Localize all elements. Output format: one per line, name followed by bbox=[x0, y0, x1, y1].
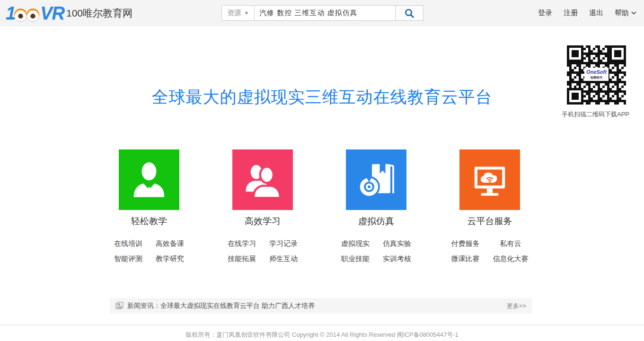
qr-code: OneSoft创壹软件 bbox=[567, 45, 626, 105]
logo-text-vr: VR bbox=[40, 3, 64, 24]
site-name: 100唯尔教育网 bbox=[66, 7, 132, 20]
hero-headline: 全球最大的虚拟现实三维互动在线教育云平台 bbox=[0, 86, 644, 108]
logo-eye-icon bbox=[14, 9, 27, 21]
qr-center-brand: 创壹软件 bbox=[590, 76, 603, 79]
easy-teaching-tile[interactable] bbox=[119, 149, 179, 210]
feature-links: 虚拟现实 仿真实验 职业技能 实训考核 bbox=[341, 239, 411, 263]
user-links: 登录 注册 退出 帮助 bbox=[538, 0, 636, 26]
feature-cloud-platform: 云平台服务 付费服务 私有云 微课比赛 信息化大赛 bbox=[433, 149, 547, 263]
qr-center-brand: OneSoft bbox=[586, 69, 607, 75]
feature-links: 在线学习 学习记录 技能拓展 师生互动 bbox=[228, 239, 298, 263]
search-category-label: 资源 bbox=[227, 9, 241, 17]
news-headline-link[interactable]: 全球最大虚拟现实在线教育云平台 助力广西人才培养 bbox=[160, 302, 315, 310]
help-label: 帮助 bbox=[615, 9, 629, 17]
top-header: 1 VR 100唯尔教育网 资源 ▼ 登录 注册 退出 帮助 bbox=[0, 0, 644, 26]
feature-link[interactable]: 智能评测 bbox=[114, 254, 142, 263]
login-link[interactable]: 登录 bbox=[538, 9, 552, 17]
copyright-text: 版权所有：厦门凤凰创壹软件有限公司 Copyright © 2014 All R… bbox=[0, 331, 644, 339]
chevron-down-icon bbox=[631, 11, 636, 15]
feature-link[interactable]: 信息化大赛 bbox=[493, 254, 529, 263]
book-disc-icon bbox=[355, 157, 397, 202]
feature-link[interactable]: 高效备课 bbox=[156, 239, 184, 248]
feature-link[interactable]: 师生互动 bbox=[269, 254, 298, 263]
feature-link[interactable]: 虚拟现实 bbox=[341, 239, 370, 248]
feature-link[interactable]: 付费服务 bbox=[451, 239, 480, 248]
footer-divider bbox=[0, 325, 644, 325]
feature-title[interactable]: 虚拟仿真 bbox=[358, 215, 394, 227]
feature-link[interactable]: 微课比赛 bbox=[451, 254, 480, 263]
register-link[interactable]: 注册 bbox=[564, 9, 578, 17]
logout-link[interactable]: 退出 bbox=[589, 9, 603, 17]
search-icon bbox=[404, 8, 415, 19]
search-button[interactable] bbox=[395, 5, 423, 21]
feature-title[interactable]: 云平台服务 bbox=[468, 215, 512, 227]
feature-link[interactable]: 在线培训 bbox=[114, 239, 142, 248]
feature-link[interactable]: 实训考核 bbox=[383, 254, 411, 263]
chevron-down-icon: ▼ bbox=[244, 10, 249, 16]
cloud-platform-tile[interactable] bbox=[459, 149, 520, 210]
feature-links: 在线培训 高效备课 智能评测 教学研究 bbox=[114, 239, 184, 263]
logo-eye-icon bbox=[26, 9, 39, 21]
news-label: 新闻资讯： bbox=[127, 302, 160, 310]
search-bar: 资源 ▼ bbox=[221, 5, 423, 21]
feature-efficient-learning: 高效学习 在线学习 学习记录 技能拓展 师生互动 bbox=[206, 149, 319, 263]
page: 1 VR 100唯尔教育网 资源 ▼ 登录 注册 退出 帮助 bbox=[0, 0, 644, 341]
feature-title[interactable]: 轻松教学 bbox=[131, 215, 167, 227]
feature-link[interactable]: 私有云 bbox=[500, 239, 521, 248]
cloud-monitor-icon bbox=[468, 157, 512, 202]
efficient-learning-tile[interactable] bbox=[232, 149, 293, 210]
help-menu[interactable]: 帮助 bbox=[615, 9, 636, 17]
newspaper-icon bbox=[115, 302, 124, 310]
feature-link[interactable]: 技能拓展 bbox=[228, 254, 256, 263]
teacher-icon bbox=[128, 157, 170, 202]
news-bar: 新闻资讯： 全球最大虚拟现实在线教育云平台 助力广西人才培养 更多>> bbox=[110, 298, 532, 314]
feature-link[interactable]: 在线学习 bbox=[228, 239, 256, 248]
logo[interactable]: 1 VR bbox=[6, 3, 64, 24]
feature-link[interactable]: 学习记录 bbox=[269, 239, 298, 248]
search-input[interactable] bbox=[255, 5, 396, 21]
students-icon bbox=[241, 157, 284, 202]
feature-easy-teaching: 轻松教学 在线培训 高效备课 智能评测 教学研究 bbox=[92, 149, 206, 263]
feature-virtual-simulation: 虚拟仿真 虚拟现实 仿真实验 职业技能 实训考核 bbox=[319, 149, 433, 263]
qr-block: OneSoft创壹软件 手机扫描二维码下载APP bbox=[565, 45, 627, 119]
more-link[interactable]: 更多>> bbox=[507, 302, 526, 310]
feature-link[interactable]: 教学研究 bbox=[156, 254, 184, 263]
qr-caption: 手机扫描二维码下载APP bbox=[562, 110, 627, 119]
search-category-dropdown[interactable]: 资源 ▼ bbox=[221, 5, 255, 21]
feature-links: 付费服务 私有云 微课比赛 信息化大赛 bbox=[451, 239, 529, 263]
feature-link[interactable]: 职业技能 bbox=[341, 254, 370, 263]
logo-text-1: 1 bbox=[6, 3, 15, 24]
virtual-simulation-tile[interactable] bbox=[346, 149, 406, 210]
feature-link[interactable]: 仿真实验 bbox=[383, 239, 411, 248]
feature-title[interactable]: 高效学习 bbox=[245, 215, 281, 227]
